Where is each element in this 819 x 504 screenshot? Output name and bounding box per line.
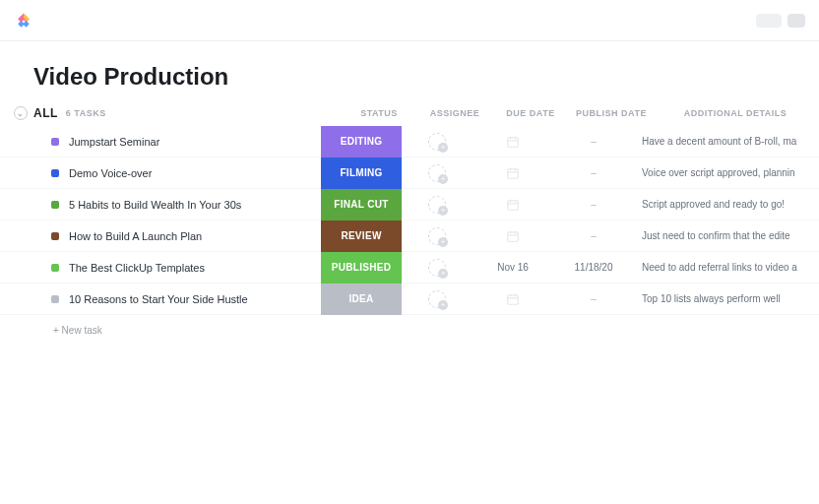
status-chip[interactable]: REVIEW bbox=[321, 220, 402, 252]
details-cell[interactable]: Top 10 lists always perform well bbox=[634, 293, 801, 304]
assignee-cell[interactable] bbox=[402, 259, 472, 277]
assignee-add-icon[interactable] bbox=[428, 133, 446, 151]
publish-date-cell[interactable]: – bbox=[553, 136, 634, 147]
svg-rect-0 bbox=[508, 137, 519, 146]
details-cell[interactable]: Just need to confirm that the edite bbox=[634, 230, 801, 241]
due-date-cell[interactable] bbox=[472, 229, 553, 243]
task-name[interactable]: 5 Habits to Build Wealth In Your 30s bbox=[69, 199, 321, 211]
topbar-placeholder-2[interactable] bbox=[788, 14, 805, 28]
col-header-status[interactable]: STATUS bbox=[339, 108, 419, 118]
task-list: Jumpstart SeminarEDITING–Have a decent a… bbox=[0, 126, 819, 315]
assignee-add-icon[interactable] bbox=[428, 290, 446, 308]
svg-rect-16 bbox=[508, 294, 519, 303]
status-chip[interactable]: IDEA bbox=[321, 284, 402, 315]
task-name[interactable]: 10 Reasons to Start Your Side Hustle bbox=[69, 293, 321, 305]
task-row[interactable]: 5 Habits to Build Wealth In Your 30sFINA… bbox=[0, 189, 819, 220]
publish-date-cell[interactable]: – bbox=[553, 293, 634, 304]
details-cell[interactable]: Script approved and ready to go! bbox=[634, 199, 801, 210]
assignee-cell[interactable] bbox=[402, 133, 472, 151]
assignee-add-icon[interactable] bbox=[428, 259, 446, 277]
col-header-assignee[interactable]: ASSIGNEE bbox=[419, 108, 490, 118]
task-row[interactable]: 10 Reasons to Start Your Side HustleIDEA… bbox=[0, 284, 819, 315]
task-status-dot bbox=[51, 138, 59, 146]
assignee-cell[interactable] bbox=[402, 290, 472, 308]
task-row[interactable]: Demo Voice-overFILMING–Voice over script… bbox=[0, 158, 819, 189]
status-chip[interactable]: EDITING bbox=[321, 126, 402, 158]
topbar-placeholder-1[interactable] bbox=[756, 14, 782, 28]
assignee-add-icon[interactable] bbox=[428, 164, 446, 182]
assignee-cell[interactable] bbox=[402, 227, 472, 245]
task-status-dot bbox=[51, 295, 59, 303]
group-label[interactable]: ALL bbox=[33, 106, 58, 120]
status-chip[interactable]: FILMING bbox=[321, 158, 402, 189]
due-date-cell[interactable] bbox=[472, 166, 553, 180]
task-name[interactable]: How to Build A Launch Plan bbox=[69, 230, 321, 242]
publish-date-cell[interactable]: 11/18/20 bbox=[553, 262, 634, 273]
page-title: Video Production bbox=[0, 41, 819, 106]
group-count: 6 TASKS bbox=[66, 108, 106, 118]
topbar bbox=[0, 0, 819, 41]
svg-rect-8 bbox=[508, 200, 519, 209]
col-header-publish[interactable]: PUBLISH DATE bbox=[571, 108, 652, 118]
assignee-cell[interactable] bbox=[402, 196, 472, 214]
topbar-actions bbox=[756, 14, 805, 28]
task-status-dot bbox=[51, 232, 59, 240]
details-cell[interactable]: Have a decent amount of B-roll, ma bbox=[634, 136, 801, 147]
details-cell[interactable]: Need to add referral links to video a bbox=[634, 262, 801, 273]
due-date-cell[interactable]: Nov 16 bbox=[472, 262, 553, 273]
task-row[interactable]: Jumpstart SeminarEDITING–Have a decent a… bbox=[0, 126, 819, 158]
publish-date-cell[interactable]: – bbox=[553, 230, 634, 241]
details-cell[interactable]: Voice over script approved, plannin bbox=[634, 167, 801, 178]
svg-rect-4 bbox=[508, 168, 519, 177]
new-task-button[interactable]: + New task bbox=[0, 315, 819, 346]
publish-date-cell[interactable]: – bbox=[553, 199, 634, 210]
due-date-cell[interactable] bbox=[472, 135, 553, 149]
col-header-due[interactable]: DUE DATE bbox=[490, 108, 571, 118]
columns-header: ⌄ ALL 6 TASKS STATUS ASSIGNEE DUE DATE P… bbox=[0, 106, 819, 126]
status-chip[interactable]: PUBLISHED bbox=[321, 252, 402, 284]
task-status-dot bbox=[51, 264, 59, 272]
task-status-dot bbox=[51, 169, 59, 177]
task-name[interactable]: Jumpstart Seminar bbox=[69, 136, 321, 148]
app-logo-icon bbox=[14, 11, 33, 31]
col-header-details[interactable]: ADDITIONAL DETAILS bbox=[652, 108, 819, 118]
assignee-add-icon[interactable] bbox=[428, 227, 446, 245]
task-name[interactable]: The Best ClickUp Templates bbox=[69, 262, 321, 274]
assignee-cell[interactable] bbox=[402, 164, 472, 182]
publish-date-cell[interactable]: – bbox=[553, 167, 634, 178]
task-row[interactable]: How to Build A Launch PlanREVIEW–Just ne… bbox=[0, 220, 819, 252]
due-date-cell[interactable] bbox=[472, 198, 553, 212]
group-collapse-icon[interactable]: ⌄ bbox=[14, 106, 28, 120]
due-date-cell[interactable] bbox=[472, 292, 553, 306]
task-row[interactable]: The Best ClickUp TemplatesPUBLISHEDNov 1… bbox=[0, 252, 819, 284]
assignee-add-icon[interactable] bbox=[428, 196, 446, 214]
task-status-dot bbox=[51, 201, 59, 209]
task-name[interactable]: Demo Voice-over bbox=[69, 167, 321, 179]
status-chip[interactable]: FINAL CUT bbox=[321, 189, 402, 220]
svg-rect-12 bbox=[508, 231, 519, 240]
